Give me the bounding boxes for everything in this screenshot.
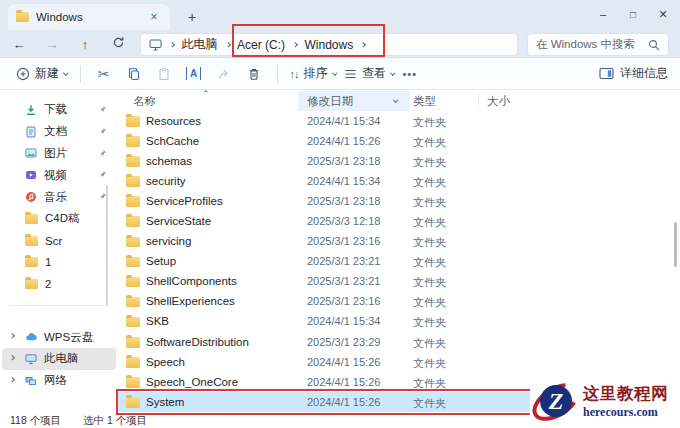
sidebar-item-download[interactable]: 下载	[2, 99, 116, 121]
music-icon	[25, 191, 37, 203]
column-name[interactable]: 名称	[133, 94, 156, 109]
sidebar-item-label: 视频	[44, 168, 67, 183]
forward-button[interactable]: →	[43, 37, 61, 52]
folder-icon	[25, 279, 38, 289]
breadcrumb-windows[interactable]: Windows	[305, 38, 354, 52]
file-name: ServiceProfiles	[146, 195, 223, 207]
table-row[interactable]: ShellExperiences2025/3/1 23:16文件夹	[118, 292, 658, 312]
file-date: 2025/3/1 23:18	[307, 155, 380, 167]
sidebar-item-label: 音乐	[44, 190, 67, 205]
column-date-modified[interactable]: 修改日期	[307, 94, 353, 109]
folder-icon	[25, 236, 38, 246]
address-input[interactable]: 此电脑 Acer (C:) Windows	[140, 33, 518, 56]
delete-button[interactable]	[239, 62, 269, 86]
chevron-right-icon[interactable]	[9, 377, 14, 382]
new-tab-button[interactable]: +	[182, 7, 202, 27]
sidebar-item-pictures[interactable]: 图片	[2, 143, 116, 165]
folder-icon	[126, 257, 140, 268]
new-button[interactable]: 新建	[12, 65, 72, 82]
chevron-right-icon[interactable]	[9, 355, 14, 360]
sidebar-item-videos[interactable]: 视频	[2, 164, 116, 186]
sidebar-item-music[interactable]: 音乐	[2, 186, 116, 208]
maximize-button[interactable]: □	[618, 0, 648, 28]
file-type: 文件夹	[413, 255, 446, 270]
paste-button[interactable]	[149, 62, 179, 86]
table-row[interactable]: Speech2024/4/1 15:26文件夹	[118, 352, 658, 372]
file-type: 文件夹	[413, 336, 446, 351]
chevron-down-icon	[332, 70, 337, 75]
folder-icon	[25, 257, 38, 267]
sidebar-item-label: WPS云盘	[44, 330, 93, 345]
watermark-logo-letter: Z	[548, 388, 564, 414]
table-row[interactable]: security2024/4/1 15:34文件夹	[118, 171, 658, 191]
table-row[interactable]: SoftwareDistribution2025/3/1 23:29文件夹	[118, 332, 658, 352]
share-button[interactable]	[209, 62, 239, 86]
column-type[interactable]: 类型	[413, 94, 436, 109]
sidebar-item-documents[interactable]: 文档	[2, 121, 116, 143]
file-type: 文件夹	[413, 315, 446, 330]
sidebar-item-network[interactable]: 网络	[2, 370, 116, 392]
search-input[interactable]: 在 Windows 中搜索	[527, 33, 669, 56]
table-row[interactable]: SchCache2024/4/1 15:26文件夹	[118, 131, 658, 151]
sidebar-item-this-pc[interactable]: 此电脑	[2, 348, 116, 370]
breadcrumb-acer-c[interactable]: Acer (C:)	[237, 38, 285, 52]
table-row[interactable]: schemas2025/3/1 23:18文件夹	[118, 151, 658, 171]
minimize-button[interactable]: –	[588, 0, 618, 28]
folder-icon	[126, 116, 140, 127]
table-row[interactable]: Setup2025/3/1 23:21文件夹	[118, 252, 658, 272]
folder-icon	[126, 277, 140, 288]
table-row[interactable]: ServiceProfiles2025/3/1 23:18文件夹	[118, 191, 658, 211]
copy-button[interactable]	[119, 62, 149, 86]
address-bar: ← → ↑ 此电脑 Acer (C:) Windows 在 Windows 中搜…	[0, 30, 680, 58]
more-options-button[interactable]: •••	[399, 68, 422, 80]
sidebar-scrollbar[interactable]	[106, 185, 108, 305]
file-date: 2024/4/1 15:34	[307, 175, 380, 187]
sidebar-item-folder-1[interactable]: 1	[2, 252, 116, 274]
close-button[interactable]: ×	[648, 0, 678, 28]
file-type: 文件夹	[413, 175, 446, 190]
file-date: 2025/3/1 23:18	[307, 195, 380, 207]
table-row[interactable]: servicing2025/3/1 23:16文件夹	[118, 232, 658, 252]
navigation-sidebar: 下载 文档 图片 视频 音乐 C4D稿 Scr	[0, 90, 118, 413]
file-name: Setup	[146, 255, 176, 267]
breadcrumb-this-pc[interactable]: 此电脑	[182, 36, 218, 53]
folder-icon	[25, 214, 38, 224]
explorer-tab-windows[interactable]: Windows ×	[8, 4, 170, 30]
file-name: Speech	[146, 356, 185, 368]
table-row[interactable]: Resources2024/4/1 15:34文件夹	[118, 111, 658, 131]
refresh-button[interactable]	[109, 36, 127, 52]
rename-button[interactable]: A	[179, 62, 209, 86]
sidebar-item-wps-cloud[interactable]: WPS云盘	[2, 326, 116, 348]
table-row[interactable]: SKB2024/4/1 15:34文件夹	[118, 312, 658, 332]
more-icon: •••	[403, 68, 418, 80]
folder-icon	[126, 216, 140, 227]
up-button[interactable]: ↑	[76, 37, 94, 52]
file-type: 文件夹	[413, 275, 446, 290]
table-row[interactable]: ShellComponents2025/3/1 23:21文件夹	[118, 272, 658, 292]
chevron-right-icon[interactable]	[9, 333, 14, 338]
sort-button[interactable]: ↑↓ 排序	[286, 65, 341, 82]
view-button-label: 查看	[362, 65, 386, 82]
this-pc-icon	[149, 39, 162, 51]
tab-close-icon[interactable]: ×	[146, 9, 162, 25]
copy-icon	[127, 67, 141, 81]
list-scrollbar[interactable]	[674, 222, 677, 267]
table-row[interactable]: ServiceState2025/3/3 12:18文件夹	[118, 211, 658, 231]
watermark: Z 这里教程网 herecours.com	[530, 374, 680, 428]
cut-button[interactable]: ✂	[89, 62, 119, 86]
paste-icon	[157, 67, 171, 81]
pin-icon	[98, 105, 107, 114]
sort-ascending-icon: ⌃	[202, 89, 210, 99]
file-type: 文件夹	[413, 376, 446, 391]
share-icon	[217, 67, 231, 81]
sidebar-item-scr[interactable]: Scr	[2, 230, 116, 252]
details-pane-button[interactable]: 详细信息	[599, 65, 668, 82]
column-size[interactable]: 大小	[487, 94, 510, 109]
sidebar-item-folder-2[interactable]: 2	[2, 273, 116, 295]
sidebar-item-c4d[interactable]: C4D稿	[2, 208, 116, 230]
titlebar: Windows × + – □ ×	[0, 0, 680, 30]
view-button[interactable]: 查看	[340, 65, 399, 82]
back-button[interactable]: ←	[10, 37, 28, 52]
sort-button-label: 排序	[304, 65, 328, 82]
chevron-down-icon	[390, 70, 395, 75]
